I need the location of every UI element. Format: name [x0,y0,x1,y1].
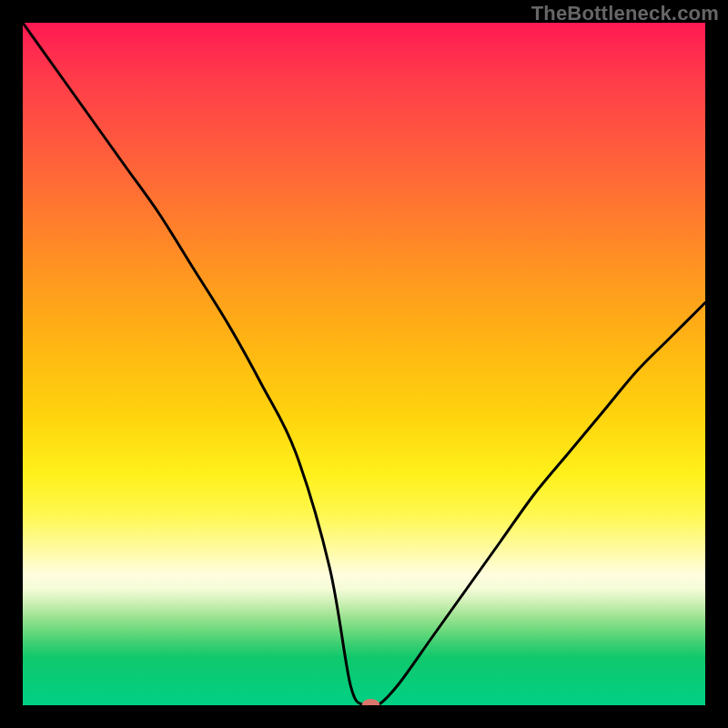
bottleneck-curve [23,23,705,705]
plot-area [23,23,705,705]
chart-stage: TheBottleneck.com [0,0,728,728]
optimum-marker [362,699,380,705]
curve-layer [23,23,705,705]
watermark-text: TheBottleneck.com [531,2,719,25]
